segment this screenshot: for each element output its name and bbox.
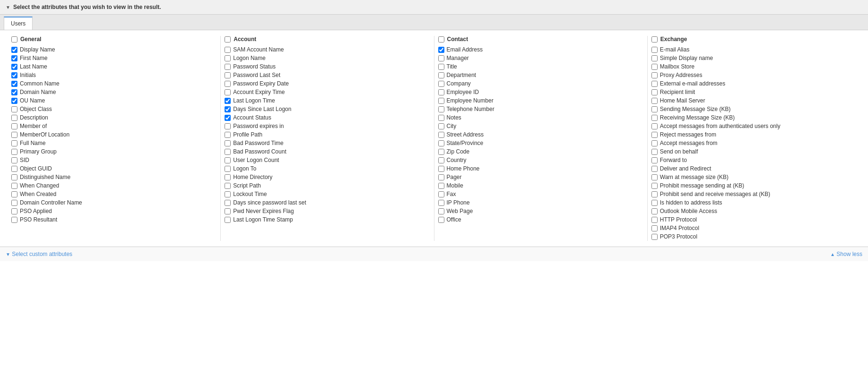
item-label[interactable]: E-mail Alias <box>660 46 690 53</box>
item-checkbox[interactable] <box>651 64 658 70</box>
item-checkbox[interactable] <box>651 234 658 240</box>
item-label[interactable]: Company <box>447 80 471 87</box>
item-checkbox[interactable] <box>225 64 231 70</box>
item-checkbox[interactable] <box>225 208 231 214</box>
item-checkbox[interactable] <box>225 157 231 163</box>
item-label[interactable]: Sending Message Size (KB) <box>660 106 731 112</box>
item-label[interactable]: Account Status <box>233 114 271 121</box>
item-label[interactable]: Home Phone <box>447 165 480 172</box>
item-checkbox[interactable] <box>225 115 231 121</box>
item-checkbox[interactable] <box>651 183 658 189</box>
item-checkbox[interactable] <box>225 217 231 223</box>
account-header-checkbox[interactable] <box>225 36 231 43</box>
item-label[interactable]: Employee Number <box>447 97 493 104</box>
item-label[interactable]: Bad Password Time <box>233 140 284 146</box>
item-checkbox[interactable] <box>438 132 444 138</box>
item-checkbox[interactable] <box>225 191 231 197</box>
item-label[interactable]: Profile Path <box>233 131 262 138</box>
item-label[interactable]: IP Phone <box>447 199 470 206</box>
item-checkbox[interactable] <box>651 191 658 197</box>
item-checkbox[interactable] <box>651 140 658 146</box>
item-checkbox[interactable] <box>651 157 658 163</box>
item-label[interactable]: Mailbox Store <box>660 63 694 70</box>
item-checkbox[interactable] <box>225 123 231 129</box>
item-label[interactable]: IMAP4 Protocol <box>660 225 699 231</box>
item-checkbox[interactable] <box>651 81 658 87</box>
item-label[interactable]: Domain Controller Name <box>20 199 82 206</box>
item-checkbox[interactable] <box>438 55 444 61</box>
item-label[interactable]: Last Name <box>20 63 47 70</box>
item-checkbox[interactable] <box>438 166 444 172</box>
item-checkbox[interactable] <box>11 191 17 197</box>
item-checkbox[interactable] <box>11 123 17 129</box>
item-label[interactable]: Pwd Never Expires Flag <box>233 208 294 214</box>
item-label[interactable]: Country <box>447 157 467 163</box>
item-checkbox[interactable] <box>651 47 658 53</box>
item-label[interactable]: HTTP Protocol <box>660 216 697 223</box>
item-label[interactable]: Lockout Time <box>233 191 267 197</box>
item-label[interactable]: Proxy Addresses <box>660 72 702 78</box>
item-label[interactable]: Logon To <box>233 165 256 172</box>
item-checkbox[interactable] <box>651 200 658 206</box>
item-checkbox[interactable] <box>651 166 658 172</box>
item-checkbox[interactable] <box>438 47 444 53</box>
item-label[interactable]: Initials <box>20 72 36 78</box>
item-label[interactable]: MemberOf Location <box>20 131 69 138</box>
item-checkbox[interactable] <box>438 200 444 206</box>
tab-users[interactable]: Users <box>4 17 33 30</box>
item-label[interactable]: User Logon Count <box>233 157 279 163</box>
item-label[interactable]: Email Address <box>447 46 483 53</box>
item-label[interactable]: Reject messages from <box>660 131 716 138</box>
item-label[interactable]: Mobile <box>447 182 463 189</box>
item-label[interactable]: Prohibit send and receive messages at (K… <box>660 191 770 197</box>
item-checkbox[interactable] <box>11 208 17 214</box>
item-label[interactable]: Full Name <box>20 140 46 146</box>
item-label[interactable]: Is hidden to address lists <box>660 199 722 206</box>
item-label[interactable]: First Name <box>20 55 48 61</box>
item-checkbox[interactable] <box>225 106 231 112</box>
item-label[interactable]: Department <box>447 72 476 78</box>
item-checkbox[interactable] <box>11 64 17 70</box>
item-checkbox[interactable] <box>438 191 444 197</box>
show-less-button[interactable]: ▲ Show less <box>830 251 862 257</box>
item-checkbox[interactable] <box>438 174 444 180</box>
item-label[interactable]: Logon Name <box>233 55 266 61</box>
item-label[interactable]: Days Since Last Logon <box>233 106 291 112</box>
item-checkbox[interactable] <box>225 183 231 189</box>
item-checkbox[interactable] <box>438 64 444 70</box>
item-label[interactable]: Street Address <box>447 131 484 138</box>
item-label[interactable]: Accept messages from authenticated users… <box>660 123 780 129</box>
item-checkbox[interactable] <box>225 174 231 180</box>
item-label[interactable]: Account Expiry Time <box>233 89 284 95</box>
item-label[interactable]: Zip Code <box>447 148 470 155</box>
item-checkbox[interactable] <box>651 123 658 129</box>
custom-attr-label[interactable]: Select custom attributes <box>12 251 72 257</box>
item-checkbox[interactable] <box>11 115 17 121</box>
item-checkbox[interactable] <box>11 89 17 95</box>
item-checkbox[interactable] <box>651 115 658 121</box>
item-label[interactable]: Days since password last set <box>233 199 306 206</box>
item-label[interactable]: SAM Account Name <box>233 46 284 53</box>
item-checkbox[interactable] <box>225 149 231 155</box>
item-checkbox[interactable] <box>11 217 17 223</box>
select-custom-attributes[interactable]: ▼ Select custom attributes <box>6 251 72 257</box>
item-label[interactable]: Telephone Number <box>447 106 494 112</box>
item-checkbox[interactable] <box>438 123 444 129</box>
item-checkbox[interactable] <box>438 81 444 87</box>
item-label[interactable]: Password Last Set <box>233 72 280 78</box>
item-checkbox[interactable] <box>438 208 444 214</box>
item-label[interactable]: Outlook Mobile Access <box>660 208 717 214</box>
item-checkbox[interactable] <box>438 72 444 78</box>
collapse-arrow-icon[interactable]: ▼ <box>6 5 10 10</box>
item-checkbox[interactable] <box>438 217 444 223</box>
item-label[interactable]: Employee ID <box>447 89 479 95</box>
item-checkbox[interactable] <box>225 72 231 78</box>
item-checkbox[interactable] <box>651 72 658 78</box>
item-label[interactable]: Script Path <box>233 182 261 189</box>
item-label[interactable]: Forward to <box>660 157 687 163</box>
item-label[interactable]: Receiving Message Size (KB) <box>660 114 735 121</box>
item-label[interactable]: Description <box>20 114 48 121</box>
item-label[interactable]: Accept messages from <box>660 140 718 146</box>
item-label[interactable]: Fax <box>447 191 456 197</box>
item-checkbox[interactable] <box>225 81 231 87</box>
